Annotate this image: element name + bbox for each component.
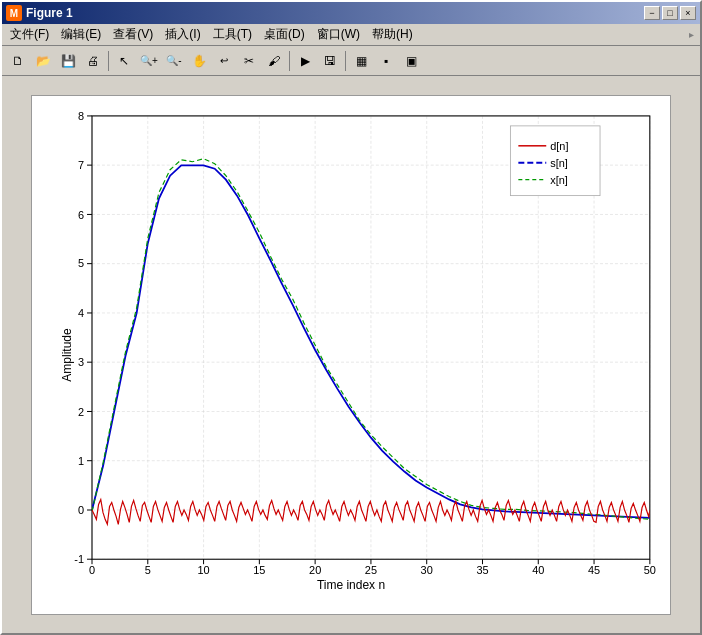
menu-arrow: ▸ — [689, 29, 698, 40]
svg-text:6: 6 — [78, 208, 84, 220]
hide-button[interactable]: ▪ — [374, 49, 398, 73]
titlebar-buttons: − □ × — [644, 6, 696, 20]
zoom-out-button[interactable]: 🔍- — [162, 49, 186, 73]
open-button[interactable]: 📂 — [31, 49, 55, 73]
app-icon: M — [6, 5, 22, 21]
svg-text:x[n]: x[n] — [550, 173, 568, 185]
menubar: 文件(F) 编辑(E) 查看(V) 插入(I) 工具(T) 桌面(D) 窗口(W… — [2, 24, 700, 46]
insert-colorbar-button[interactable]: ▶ — [293, 49, 317, 73]
svg-text:7: 7 — [78, 158, 84, 170]
menu-view[interactable]: 查看(V) — [107, 24, 159, 45]
zoom-in-button[interactable]: 🔍+ — [137, 49, 161, 73]
svg-text:35: 35 — [476, 564, 488, 576]
svg-text:30: 30 — [421, 564, 433, 576]
tile-button[interactable]: ▣ — [399, 49, 423, 73]
brush-button[interactable]: 🖌 — [262, 49, 286, 73]
sep1 — [108, 51, 109, 71]
new-figure-button[interactable]: 🗋 — [6, 49, 30, 73]
close-button[interactable]: × — [680, 6, 696, 20]
svg-text:d[n]: d[n] — [550, 139, 568, 151]
menu-help[interactable]: 帮助(H) — [366, 24, 419, 45]
menu-desktop[interactable]: 桌面(D) — [258, 24, 311, 45]
window-title: Figure 1 — [26, 6, 644, 20]
print-button[interactable]: 🖨 — [81, 49, 105, 73]
cursor-button[interactable]: ↖ — [112, 49, 136, 73]
sep2 — [289, 51, 290, 71]
svg-text:0: 0 — [78, 504, 84, 516]
svg-text:5: 5 — [145, 564, 151, 576]
plot-svg: 0 5 10 15 20 25 30 35 — [32, 96, 670, 614]
svg-text:s[n]: s[n] — [550, 156, 568, 168]
svg-text:-1: -1 — [74, 553, 84, 565]
datacursor-button[interactable]: ✂ — [237, 49, 261, 73]
sep3 — [345, 51, 346, 71]
svg-text:2: 2 — [78, 405, 84, 417]
minimize-button[interactable]: − — [644, 6, 660, 20]
menu-tools[interactable]: 工具(T) — [207, 24, 258, 45]
toolbar: 🗋 📂 💾 🖨 ↖ 🔍+ 🔍- ✋ ↩ ✂ 🖌 ▶ 🖫 ▦ ▪ ▣ — [2, 46, 700, 76]
svg-text:1: 1 — [78, 454, 84, 466]
menu-insert[interactable]: 插入(I) — [159, 24, 206, 45]
plot-inner: Amplitude Time index n — [32, 96, 670, 614]
save-button[interactable]: 💾 — [56, 49, 80, 73]
svg-text:3: 3 — [78, 355, 84, 367]
subplot-button[interactable]: ▦ — [349, 49, 373, 73]
svg-text:25: 25 — [365, 564, 377, 576]
plot-area: Amplitude Time index n — [31, 95, 671, 615]
svg-text:15: 15 — [253, 564, 265, 576]
pan-button[interactable]: ✋ — [187, 49, 211, 73]
maximize-button[interactable]: □ — [662, 6, 678, 20]
svg-text:20: 20 — [309, 564, 321, 576]
rotate-button[interactable]: ↩ — [212, 49, 236, 73]
plot-container: Amplitude Time index n — [2, 76, 700, 633]
menu-edit[interactable]: 编辑(E) — [55, 24, 107, 45]
main-window: M Figure 1 − □ × 文件(F) 编辑(E) 查看(V) 插入(I)… — [0, 0, 702, 635]
svg-text:50: 50 — [644, 564, 656, 576]
svg-text:8: 8 — [78, 109, 84, 121]
titlebar: M Figure 1 − □ × — [2, 2, 700, 24]
svg-text:40: 40 — [532, 564, 544, 576]
svg-text:10: 10 — [197, 564, 209, 576]
insert-legend-button[interactable]: 🖫 — [318, 49, 342, 73]
svg-text:4: 4 — [78, 307, 84, 319]
svg-text:45: 45 — [588, 564, 600, 576]
menu-file[interactable]: 文件(F) — [4, 24, 55, 45]
menu-window[interactable]: 窗口(W) — [311, 24, 366, 45]
svg-text:0: 0 — [89, 564, 95, 576]
svg-text:5: 5 — [78, 257, 84, 269]
